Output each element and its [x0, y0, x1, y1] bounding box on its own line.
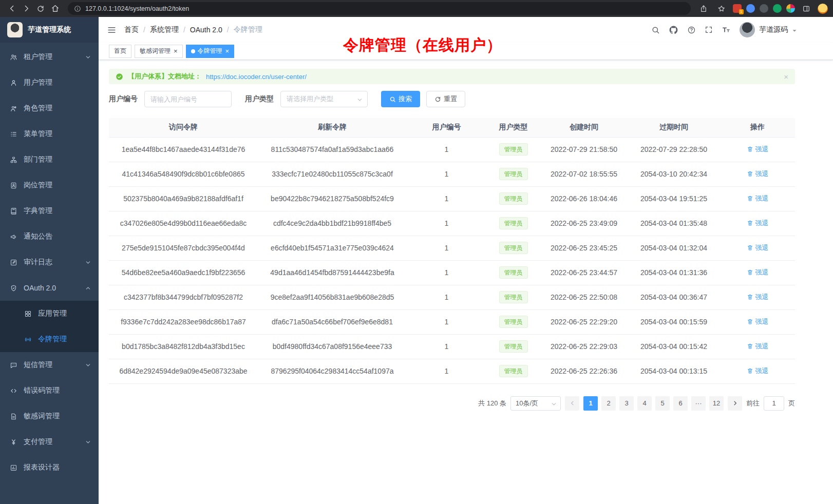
- browser-reload-button[interactable]: [34, 2, 47, 15]
- search-button[interactable]: 搜索: [381, 91, 420, 107]
- pager-more-button[interactable]: ···: [691, 396, 706, 411]
- sidebar-item-label: 报表设计器: [24, 463, 60, 472]
- help-icon[interactable]: [687, 26, 696, 34]
- sidebar-item[interactable]: 短信管理: [0, 352, 99, 378]
- sidebar-item[interactable]: 错误码管理: [0, 378, 99, 403]
- sidebar: 芋道管理系统 租户管理用户管理角色管理菜单管理部门管理岗位管理字典管理通知公告审…: [0, 17, 99, 504]
- extension-icon-blue[interactable]: [746, 4, 755, 13]
- refresh-token-cell: cdfc4ce9c2da4bb1bdf21b9918ff4be5: [258, 211, 407, 236]
- force-logout-button[interactable]: 强退: [747, 169, 769, 179]
- sidebar-item[interactable]: 敏感词管理: [0, 403, 99, 429]
- alert-doc-link[interactable]: https://doc.iocoder.cn/user-center/: [206, 73, 307, 81]
- browser-profile-avatar[interactable]: [818, 4, 828, 14]
- view-tab[interactable]: 令牌管理×: [186, 45, 235, 58]
- page-button[interactable]: 3: [619, 396, 634, 411]
- force-logout-button[interactable]: 强退: [747, 268, 769, 277]
- force-logout-button[interactable]: 强退: [747, 145, 769, 154]
- page-button[interactable]: 2: [601, 396, 616, 411]
- sidebar-item-label: 敏感词管理: [24, 412, 60, 421]
- split-view-icon[interactable]: [800, 2, 813, 15]
- sidebar-item[interactable]: 部门管理: [0, 147, 99, 172]
- access-token-cell: 502375b8040a469a9b82188afdf6af1f: [109, 186, 258, 211]
- force-logout-button[interactable]: 强退: [747, 293, 769, 302]
- force-logout-button[interactable]: 强退: [747, 194, 769, 203]
- prev-page-button[interactable]: [565, 396, 579, 411]
- page-size-select[interactable]: 10条/页: [510, 396, 561, 411]
- browser-forward-button[interactable]: [20, 2, 33, 15]
- search-icon[interactable]: [651, 26, 660, 34]
- app-frame: 芋道管理系统 租户管理用户管理角色管理菜单管理部门管理岗位管理字典管理通知公告审…: [0, 17, 833, 504]
- sidebar-item[interactable]: 应用管理: [0, 301, 99, 326]
- extension-icon-multicolor[interactable]: [786, 4, 795, 13]
- fullscreen-icon[interactable]: [705, 26, 713, 34]
- table-header-cell: 创建时间: [540, 118, 628, 137]
- force-logout-button[interactable]: 强退: [747, 219, 769, 228]
- page-button[interactable]: 1: [583, 396, 598, 411]
- sidebar-item[interactable]: 报表设计器: [0, 455, 99, 480]
- sidebar-item[interactable]: 审计日志: [0, 249, 99, 275]
- sidebar-item[interactable]: 岗位管理: [0, 172, 99, 198]
- tab-close-icon[interactable]: ×: [225, 48, 230, 54]
- user-type-tag: 管理员: [499, 316, 528, 328]
- goto-suffix: 页: [788, 399, 795, 408]
- extension-icon-green[interactable]: [773, 4, 782, 13]
- user-type-tag: 管理员: [499, 291, 528, 303]
- user-id-label: 用户编号: [109, 94, 138, 104]
- browser-url-bar[interactable]: 127.0.0.1:1024/system/oauth2/token: [68, 2, 691, 15]
- topbar-actions: 芋道源码: [651, 22, 797, 37]
- tab-close-icon[interactable]: ×: [174, 48, 178, 54]
- goto-page-input[interactable]: [764, 396, 784, 411]
- page-button[interactable]: 12: [709, 396, 724, 411]
- user-id-cell: 1: [407, 285, 486, 309]
- browser-back-button[interactable]: [5, 2, 18, 15]
- sidebar-item[interactable]: 租户管理: [0, 44, 99, 70]
- breadcrumb-item[interactable]: 系统管理: [150, 25, 179, 34]
- app-logo-link[interactable]: 芋道管理系统: [0, 17, 99, 43]
- sidebar-item[interactable]: OAuth 2.0: [0, 275, 99, 301]
- browser-home-button[interactable]: [48, 2, 62, 15]
- sms-icon: [9, 361, 17, 369]
- user-id-input[interactable]: [144, 91, 232, 107]
- page-button[interactable]: 4: [637, 396, 652, 411]
- force-logout-button[interactable]: 强退: [747, 243, 769, 253]
- created-time-cell: 2022-07-29 21:58:50: [540, 137, 628, 162]
- user-id-cell: 1: [407, 236, 486, 260]
- sidebar-item[interactable]: 用户管理: [0, 70, 99, 95]
- sidebar-item[interactable]: 字典管理: [0, 198, 99, 224]
- site-info-icon[interactable]: [74, 5, 81, 12]
- reset-button[interactable]: 重置: [426, 91, 465, 107]
- view-tab[interactable]: 首页: [109, 45, 131, 58]
- font-size-icon[interactable]: [722, 25, 731, 34]
- github-icon[interactable]: [669, 25, 678, 35]
- page-button[interactable]: 6: [673, 396, 688, 411]
- extension-icon-dark[interactable]: [760, 4, 768, 13]
- browser-actions: 1: [697, 2, 828, 15]
- sidebar-item[interactable]: 令牌管理: [0, 326, 99, 352]
- share-icon[interactable]: [697, 2, 710, 15]
- next-page-button[interactable]: [728, 396, 742, 411]
- breadcrumb-item[interactable]: OAuth 2.0: [190, 26, 222, 34]
- force-logout-button[interactable]: 强退: [747, 342, 769, 351]
- force-logout-button[interactable]: 强退: [747, 366, 769, 376]
- refresh-token-cell: 49d1aa46d1454fbd87591444423be9fa: [258, 260, 407, 285]
- sidebar-item[interactable]: 菜单管理: [0, 121, 99, 147]
- user-id-cell: 1: [407, 334, 486, 359]
- page-button[interactable]: 5: [655, 396, 670, 411]
- view-tab[interactable]: 敏感词管理×: [135, 45, 183, 58]
- sidebar-item[interactable]: 支付管理: [0, 429, 99, 455]
- force-logout-button[interactable]: 强退: [747, 317, 769, 326]
- bookmark-star-icon[interactable]: [715, 2, 728, 15]
- user-dropdown[interactable]: 芋道源码: [740, 22, 797, 37]
- breadcrumb-item[interactable]: 首页: [124, 25, 139, 34]
- user-type-select[interactable]: 请选择用户类型: [280, 91, 368, 107]
- alert-close-icon[interactable]: ×: [784, 73, 788, 81]
- sidebar-item[interactable]: 通知公告: [0, 224, 99, 249]
- user-type-tag: 管理员: [499, 242, 528, 254]
- sidebar-collapse-button[interactable]: [107, 25, 117, 35]
- extension-icon-red[interactable]: 1: [733, 4, 742, 13]
- expire-time-cell: 2054-03-10 20:42:34: [628, 162, 720, 186]
- action-cell: 强退: [720, 162, 795, 186]
- sidebar-item[interactable]: 角色管理: [0, 95, 99, 121]
- sidebar-item-label: 应用管理: [38, 309, 67, 318]
- table-row: 6d842e2924594de9a09e45e087323abe8796295f…: [109, 359, 795, 383]
